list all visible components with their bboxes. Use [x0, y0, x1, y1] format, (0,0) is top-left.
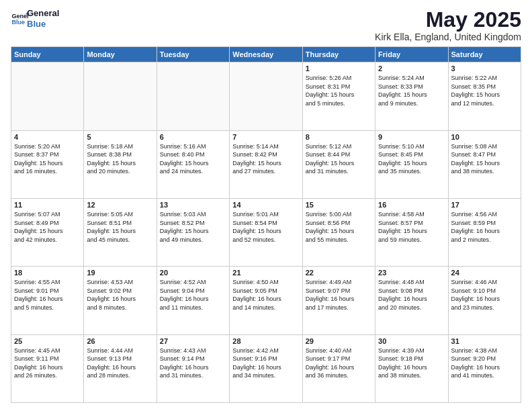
- day-number: 17: [451, 201, 518, 209]
- day-cell: 26Sunrise: 4:44 AM Sunset: 9:13 PM Dayli…: [84, 334, 157, 402]
- day-number: 15: [306, 201, 372, 209]
- day-number: 16: [378, 201, 445, 209]
- day-cell: 28Sunrise: 4:42 AM Sunset: 9:16 PM Dayli…: [230, 334, 302, 402]
- header-row: SundayMondayTuesdayWednesdayThursdayFrid…: [11, 47, 521, 62]
- day-info: Sunrise: 5:14 AM Sunset: 8:42 PM Dayligh…: [232, 142, 299, 176]
- day-number: 21: [232, 269, 299, 277]
- day-info: Sunrise: 5:05 AM Sunset: 8:51 PM Dayligh…: [87, 210, 153, 244]
- svg-text:Blue: Blue: [11, 19, 25, 26]
- day-cell: 7Sunrise: 5:14 AM Sunset: 8:42 PM Daylig…: [230, 130, 302, 198]
- day-number: 2: [378, 64, 445, 73]
- day-cell: [230, 62, 302, 130]
- day-info: Sunrise: 5:03 AM Sunset: 8:52 PM Dayligh…: [160, 210, 226, 244]
- day-cell: 4Sunrise: 5:20 AM Sunset: 8:37 PM Daylig…: [11, 130, 84, 198]
- week-row-5: 25Sunrise: 4:45 AM Sunset: 9:11 PM Dayli…: [11, 334, 521, 402]
- day-header-friday: Friday: [375, 47, 448, 62]
- day-number: 18: [14, 269, 81, 277]
- day-cell: 5Sunrise: 5:18 AM Sunset: 8:38 PM Daylig…: [84, 130, 157, 198]
- day-info: Sunrise: 5:08 AM Sunset: 8:47 PM Dayligh…: [451, 142, 518, 176]
- day-info: Sunrise: 4:56 AM Sunset: 8:59 PM Dayligh…: [451, 210, 518, 244]
- day-number: 9: [378, 133, 445, 141]
- day-cell: 16Sunrise: 4:58 AM Sunset: 8:57 PM Dayli…: [375, 198, 448, 266]
- day-info: Sunrise: 4:58 AM Sunset: 8:57 PM Dayligh…: [378, 210, 445, 244]
- day-number: 31: [451, 337, 518, 345]
- day-number: 28: [232, 337, 299, 345]
- header: General Blue General Blue May 2025 Kirk …: [11, 8, 521, 42]
- day-number: 25: [14, 337, 81, 345]
- day-cell: [157, 62, 229, 130]
- title-block: May 2025 Kirk Ella, England, United King…: [375, 8, 521, 42]
- day-cell: 11Sunrise: 5:07 AM Sunset: 8:49 PM Dayli…: [11, 198, 84, 266]
- logo-text-line2: Blue: [27, 19, 59, 30]
- day-cell: 24Sunrise: 4:46 AM Sunset: 9:10 PM Dayli…: [448, 267, 521, 334]
- day-info: Sunrise: 4:52 AM Sunset: 9:04 PM Dayligh…: [160, 278, 226, 312]
- day-cell: 29Sunrise: 4:40 AM Sunset: 9:17 PM Dayli…: [302, 334, 375, 402]
- day-cell: 23Sunrise: 4:48 AM Sunset: 9:08 PM Dayli…: [375, 267, 448, 334]
- day-info: Sunrise: 4:38 AM Sunset: 9:20 PM Dayligh…: [451, 347, 518, 380]
- day-number: 30: [378, 337, 445, 345]
- logo: General Blue General Blue: [11, 8, 59, 29]
- day-cell: [84, 62, 157, 130]
- day-number: 14: [232, 201, 299, 209]
- day-cell: 22Sunrise: 4:49 AM Sunset: 9:07 PM Dayli…: [302, 267, 375, 334]
- day-cell: 31Sunrise: 4:38 AM Sunset: 9:20 PM Dayli…: [448, 334, 521, 402]
- day-cell: 12Sunrise: 5:05 AM Sunset: 8:51 PM Dayli…: [84, 198, 157, 266]
- day-cell: 19Sunrise: 4:53 AM Sunset: 9:02 PM Dayli…: [84, 267, 157, 334]
- day-number: 4: [14, 133, 81, 141]
- day-number: 23: [378, 269, 445, 277]
- calendar-page: General Blue General Blue May 2025 Kirk …: [0, 0, 532, 411]
- day-info: Sunrise: 5:16 AM Sunset: 8:40 PM Dayligh…: [160, 142, 226, 176]
- day-number: 19: [87, 269, 153, 277]
- day-info: Sunrise: 4:43 AM Sunset: 9:14 PM Dayligh…: [160, 347, 226, 380]
- day-info: Sunrise: 5:12 AM Sunset: 8:44 PM Dayligh…: [306, 142, 372, 176]
- day-cell: 25Sunrise: 4:45 AM Sunset: 9:11 PM Dayli…: [11, 334, 84, 402]
- week-row-2: 4Sunrise: 5:20 AM Sunset: 8:37 PM Daylig…: [11, 130, 521, 198]
- day-number: 10: [451, 133, 518, 141]
- day-cell: 9Sunrise: 5:10 AM Sunset: 8:45 PM Daylig…: [375, 130, 448, 198]
- day-cell: 18Sunrise: 4:55 AM Sunset: 9:01 PM Dayli…: [11, 267, 84, 334]
- day-cell: [11, 62, 84, 130]
- day-info: Sunrise: 5:24 AM Sunset: 8:33 PM Dayligh…: [378, 74, 445, 107]
- day-header-wednesday: Wednesday: [230, 47, 302, 62]
- day-cell: 10Sunrise: 5:08 AM Sunset: 8:47 PM Dayli…: [448, 130, 521, 198]
- day-info: Sunrise: 5:26 AM Sunset: 8:31 PM Dayligh…: [306, 74, 372, 107]
- day-cell: 13Sunrise: 5:03 AM Sunset: 8:52 PM Dayli…: [157, 198, 229, 266]
- day-header-tuesday: Tuesday: [157, 47, 229, 62]
- day-cell: 8Sunrise: 5:12 AM Sunset: 8:44 PM Daylig…: [302, 130, 375, 198]
- day-cell: 3Sunrise: 5:22 AM Sunset: 8:35 PM Daylig…: [448, 62, 521, 130]
- day-header-thursday: Thursday: [302, 47, 375, 62]
- day-info: Sunrise: 4:39 AM Sunset: 9:18 PM Dayligh…: [378, 347, 445, 380]
- day-info: Sunrise: 4:46 AM Sunset: 9:10 PM Dayligh…: [451, 278, 518, 312]
- day-info: Sunrise: 4:49 AM Sunset: 9:07 PM Dayligh…: [306, 278, 372, 312]
- day-info: Sunrise: 4:50 AM Sunset: 9:05 PM Dayligh…: [232, 278, 299, 312]
- day-cell: 6Sunrise: 5:16 AM Sunset: 8:40 PM Daylig…: [157, 130, 229, 198]
- day-info: Sunrise: 5:20 AM Sunset: 8:37 PM Dayligh…: [14, 142, 81, 176]
- day-number: 12: [87, 201, 153, 209]
- calendar-table: SundayMondayTuesdayWednesdayThursdayFrid…: [11, 46, 521, 403]
- day-info: Sunrise: 4:42 AM Sunset: 9:16 PM Dayligh…: [232, 347, 299, 380]
- week-row-3: 11Sunrise: 5:07 AM Sunset: 8:49 PM Dayli…: [11, 198, 521, 266]
- day-number: 20: [160, 269, 226, 277]
- day-header-monday: Monday: [84, 47, 157, 62]
- day-cell: 20Sunrise: 4:52 AM Sunset: 9:04 PM Dayli…: [157, 267, 229, 334]
- day-info: Sunrise: 4:40 AM Sunset: 9:17 PM Dayligh…: [306, 347, 372, 380]
- week-row-1: 1Sunrise: 5:26 AM Sunset: 8:31 PM Daylig…: [11, 62, 521, 130]
- day-number: 8: [306, 133, 372, 141]
- day-info: Sunrise: 4:45 AM Sunset: 9:11 PM Dayligh…: [14, 347, 81, 380]
- day-number: 3: [451, 64, 518, 73]
- day-cell: 17Sunrise: 4:56 AM Sunset: 8:59 PM Dayli…: [448, 198, 521, 266]
- day-info: Sunrise: 5:07 AM Sunset: 8:49 PM Dayligh…: [14, 210, 81, 244]
- day-info: Sunrise: 5:00 AM Sunset: 8:56 PM Dayligh…: [306, 210, 372, 244]
- day-number: 11: [14, 201, 81, 209]
- day-info: Sunrise: 4:44 AM Sunset: 9:13 PM Dayligh…: [87, 347, 153, 380]
- day-number: 26: [87, 337, 153, 345]
- day-number: 27: [160, 337, 226, 345]
- day-cell: 1Sunrise: 5:26 AM Sunset: 8:31 PM Daylig…: [302, 62, 375, 130]
- day-number: 13: [160, 201, 226, 209]
- day-cell: 27Sunrise: 4:43 AM Sunset: 9:14 PM Dayli…: [157, 334, 229, 402]
- day-number: 1: [306, 64, 372, 73]
- day-number: 7: [232, 133, 299, 141]
- week-row-4: 18Sunrise: 4:55 AM Sunset: 9:01 PM Dayli…: [11, 267, 521, 334]
- day-number: 24: [451, 269, 518, 277]
- day-cell: 15Sunrise: 5:00 AM Sunset: 8:56 PM Dayli…: [302, 198, 375, 266]
